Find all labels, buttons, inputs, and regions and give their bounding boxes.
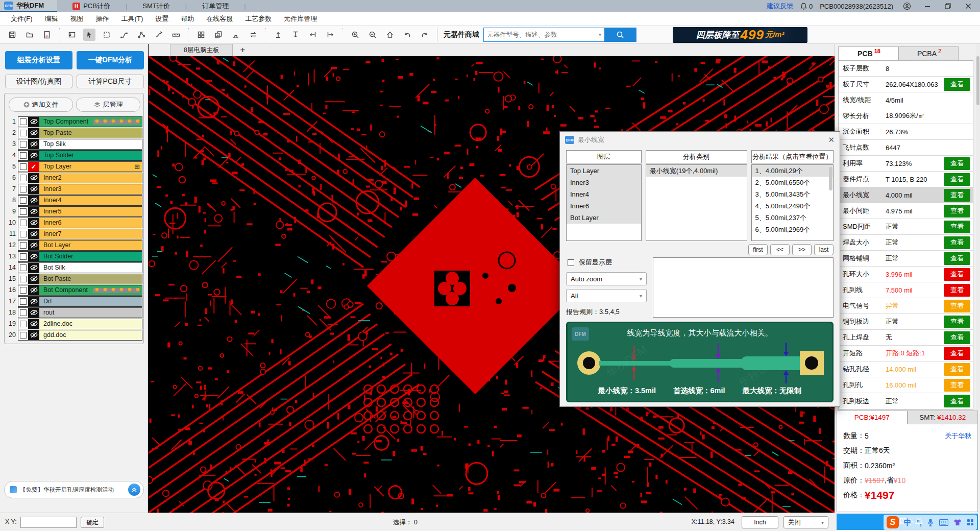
- analysis-row-沉金面积[interactable]: 沉金面积26.73%: [839, 124, 973, 140]
- tab-pcb[interactable]: PCB18: [838, 46, 898, 60]
- analysis-row-最小线宽[interactable]: 最小线宽4.000 mil查看: [839, 187, 973, 203]
- layer-stack-icon[interactable]: [212, 29, 225, 41]
- view-button[interactable]: 查看: [944, 173, 970, 186]
- view-button[interactable]: 查看: [944, 78, 970, 91]
- dialog-result-item[interactable]: 1、4.00mil,29个: [752, 165, 833, 177]
- layer-name[interactable]: Bot Silk: [39, 263, 142, 273]
- board-icon[interactable]: [66, 29, 78, 41]
- analysis-row-锣长分析[interactable]: 锣长分析18.9096米/㎡: [839, 108, 973, 124]
- design-sim-button[interactable]: 设计图/仿真图: [5, 75, 72, 88]
- layer-checkbox[interactable]: [20, 130, 27, 136]
- layer-checkbox[interactable]: [20, 321, 27, 327]
- scrollbar-thumb[interactable]: [976, 56, 979, 105]
- analysis-row-电气信号[interactable]: 电气信号异常查看: [839, 298, 973, 314]
- menu-操作[interactable]: 操作: [90, 13, 115, 25]
- analysis-row-网格铺铜[interactable]: 网格铺铜正常查看: [839, 251, 973, 267]
- menu-视图[interactable]: 视图: [65, 13, 89, 25]
- analysis-row-孔上焊盘[interactable]: 孔上焊盘无查看: [839, 330, 973, 346]
- analysis-row-开短路[interactable]: 开短路开路:0 短路:1查看: [839, 346, 973, 361]
- calc-pcb-size-button[interactable]: 计算PCB尺寸: [77, 75, 144, 88]
- nav->>[interactable]: >>: [792, 244, 812, 255]
- align-right-icon[interactable]: [324, 29, 336, 41]
- view-button[interactable]: 查看: [944, 236, 970, 249]
- minimize-button[interactable]: [921, 1, 934, 12]
- eye-off-icon[interactable]: [28, 319, 39, 329]
- dialog-layer-item[interactable]: Inner3: [567, 177, 641, 188]
- confirm-button[interactable]: 确定: [81, 517, 104, 528]
- pcb-price-tab[interactable]: PCB:¥1497: [837, 411, 908, 424]
- sogou-icon[interactable]: S: [887, 516, 899, 528]
- nav-first[interactable]: first: [748, 244, 768, 255]
- eye-off-icon[interactable]: [28, 252, 39, 261]
- document-tab[interactable]: 8层电脑主板: [170, 44, 233, 56]
- layer-name[interactable]: Bot Paste: [39, 274, 142, 284]
- view-button[interactable]: 查看: [944, 205, 970, 218]
- analysis-row-钻孔孔径[interactable]: 钻孔孔径14.000 mil查看: [839, 361, 973, 377]
- analysis-row-SMD间距[interactable]: SMD间距正常查看: [839, 219, 973, 235]
- analysis-row-飞针点数[interactable]: 飞针点数6447: [839, 140, 973, 156]
- eye-off-icon[interactable]: [28, 308, 39, 318]
- menu-设置[interactable]: 设置: [150, 13, 174, 25]
- tab-PCB计价[interactable]: HPCB计价: [57, 0, 126, 12]
- layer-checkbox[interactable]: [20, 208, 27, 215]
- layer-name[interactable]: Top Component: [39, 117, 142, 127]
- layer-checkbox[interactable]: [20, 231, 27, 237]
- layer-name[interactable]: Inner4: [39, 196, 142, 205]
- analysis-row-孔环大小[interactable]: 孔环大小3.996 mil查看: [839, 267, 973, 282]
- dialog-titlebar[interactable]: DFM 最小线宽 ✕: [560, 132, 840, 148]
- undo-icon[interactable]: [401, 29, 413, 41]
- view-button[interactable]: 查看: [944, 347, 970, 360]
- select-icon[interactable]: [83, 29, 95, 41]
- eye-off-icon[interactable]: [28, 207, 39, 216]
- user-account-icon[interactable]: [900, 1, 914, 12]
- view-button[interactable]: 查看: [944, 252, 970, 265]
- close-button[interactable]: [962, 1, 975, 12]
- result-scrollbar-thumb[interactable]: [829, 167, 832, 190]
- analysis-row-孔到板边[interactable]: 孔到板边正常查看: [839, 393, 973, 409]
- impedance-icon[interactable]: [230, 29, 242, 41]
- layer-name[interactable]: Bot Layer: [39, 240, 142, 250]
- eye-off-icon[interactable]: [28, 196, 39, 205]
- layer-name[interactable]: Top Layer⊞: [39, 162, 142, 172]
- trace-icon[interactable]: [118, 29, 130, 41]
- zoom-out-icon[interactable]: [366, 29, 379, 41]
- smt-price-tab[interactable]: SMT:¥1410.32: [908, 411, 978, 424]
- eye-off-icon[interactable]: [28, 173, 39, 183]
- close-dropdown[interactable]: 关闭▾: [783, 516, 828, 528]
- view-button[interactable]: 查看: [944, 189, 970, 202]
- nodes-icon[interactable]: [135, 29, 148, 41]
- ime-menu-icon[interactable]: [967, 519, 974, 526]
- layer-checkbox[interactable]: [20, 118, 27, 125]
- analysis-row-铜到板边[interactable]: 铜到板边正常查看: [839, 314, 973, 330]
- layer-checkbox[interactable]: [20, 141, 27, 148]
- layer-name[interactable]: Bot Solder: [39, 252, 142, 261]
- eye-off-icon[interactable]: [28, 274, 39, 284]
- dialog-layer-item[interactable]: Inner4: [567, 188, 641, 200]
- dialog-category-item[interactable]: 最小线宽(19个,4.00mil): [646, 165, 747, 177]
- tab-pcba[interactable]: PCBA2: [898, 46, 959, 60]
- layer-checkbox[interactable]: [20, 309, 27, 316]
- eye-off-icon[interactable]: [28, 151, 39, 160]
- align-left-icon[interactable]: [307, 29, 319, 41]
- search-input[interactable]: [484, 31, 596, 38]
- tab-SMT计价[interactable]: SMT计价: [127, 0, 185, 12]
- view-button[interactable]: 查看: [944, 395, 970, 407]
- layer-name[interactable]: Inner5: [39, 207, 142, 216]
- layer-checkbox[interactable]: [20, 253, 27, 260]
- feedback-link[interactable]: 建议反馈: [767, 2, 793, 11]
- eye-off-icon[interactable]: [28, 218, 39, 228]
- ime-mode-toggle[interactable]: 中: [904, 518, 912, 527]
- layer-checkbox[interactable]: [20, 298, 27, 305]
- layer-name[interactable]: Top Paste: [39, 128, 142, 138]
- layer-name[interactable]: 2dline.doc: [39, 319, 142, 329]
- notification-bell[interactable]: 0: [800, 3, 813, 10]
- about-huaqiu-link[interactable]: 关于华秋: [945, 431, 971, 441]
- redo-icon[interactable]: [419, 29, 431, 41]
- menu-文件(F)[interactable]: 文件(F): [5, 13, 38, 25]
- view-button[interactable]: 查看: [944, 316, 970, 328]
- promo-notice[interactable]: 【免费】华秋开启孔铜厚度检测活动: [4, 481, 144, 498]
- append-file-button[interactable]: 追加文件: [9, 98, 73, 112]
- zoom-mode-select[interactable]: Auto zoom▾: [566, 272, 647, 285]
- save-icon[interactable]: [6, 29, 18, 41]
- export-pdf-icon[interactable]: [41, 29, 53, 41]
